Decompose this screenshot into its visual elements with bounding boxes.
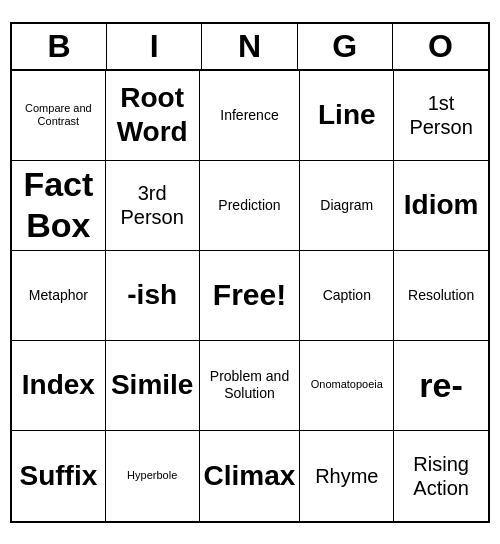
bingo-cell: Index <box>12 341 106 431</box>
bingo-cell: Simile <box>106 341 200 431</box>
bingo-cell: Prediction <box>200 161 301 251</box>
bingo-cell: Root Word <box>106 71 200 161</box>
bingo-cell: -ish <box>106 251 200 341</box>
header-letter: I <box>107 24 202 69</box>
bingo-cell: Inference <box>200 71 301 161</box>
bingo-cell: Rising Action <box>394 431 488 521</box>
bingo-cell: Line <box>300 71 394 161</box>
bingo-cell: 1st Person <box>394 71 488 161</box>
bingo-cell: Hyperbole <box>106 431 200 521</box>
bingo-cell: 3rd Person <box>106 161 200 251</box>
bingo-cell: Compare and Contrast <box>12 71 106 161</box>
bingo-cell: Diagram <box>300 161 394 251</box>
bingo-header: BINGO <box>12 24 488 71</box>
bingo-cell: Resolution <box>394 251 488 341</box>
bingo-cell: Onomatopoeia <box>300 341 394 431</box>
bingo-cell: Caption <box>300 251 394 341</box>
bingo-cell: Problem and Solution <box>200 341 301 431</box>
bingo-cell: Metaphor <box>12 251 106 341</box>
bingo-cell: Idiom <box>394 161 488 251</box>
header-letter: N <box>202 24 297 69</box>
bingo-cell: Fact Box <box>12 161 106 251</box>
header-letter: G <box>298 24 393 69</box>
bingo-card: BINGO Compare and ContrastRoot WordInfer… <box>10 22 490 523</box>
header-letter: O <box>393 24 488 69</box>
bingo-cell: Suffix <box>12 431 106 521</box>
bingo-cell: Rhyme <box>300 431 394 521</box>
bingo-cell: Free! <box>200 251 301 341</box>
bingo-cell: re- <box>394 341 488 431</box>
bingo-grid: Compare and ContrastRoot WordInferenceLi… <box>12 71 488 521</box>
header-letter: B <box>12 24 107 69</box>
bingo-cell: Climax <box>200 431 301 521</box>
